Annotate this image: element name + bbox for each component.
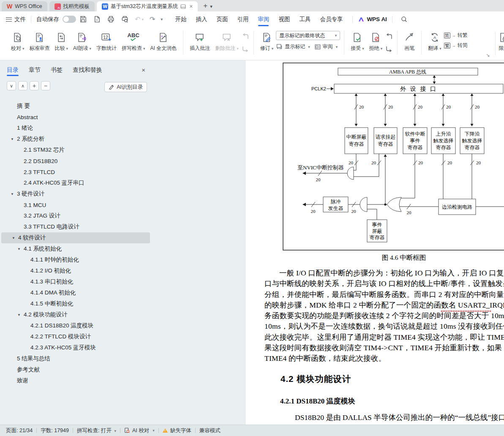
print-icon[interactable] (107, 15, 115, 23)
toc-item[interactable]: 3.2 JTAG 设计 (0, 210, 151, 221)
zoom-out-toc-button[interactable]: − (41, 81, 50, 90)
compare-button[interactable]: 比较▾ (52, 30, 71, 53)
restrict-edit-button[interactable]: 限制 (496, 30, 504, 53)
to-simplified-button[interactable]: 繁→ 转简 (444, 42, 468, 49)
toc-item[interactable]: 摘 要 (0, 101, 151, 112)
insert-comment-button[interactable]: 插入批注 (187, 30, 212, 53)
page-indicator[interactable]: 页面: 21/34 (6, 427, 33, 434)
expand-arrow-icon[interactable]: ▼ (17, 247, 21, 251)
sidebar-tab-chapter[interactable]: 章节 (29, 66, 41, 78)
review-pane-button[interactable]: 审阅▾ (314, 43, 338, 50)
menu-tab-home[interactable]: 开始 (170, 11, 191, 27)
undo-icon[interactable]: ↶▾ (135, 15, 144, 23)
toc-item[interactable]: 1 绪论 (0, 123, 151, 134)
save-icon[interactable] (79, 15, 87, 23)
print-preview-icon[interactable] (121, 15, 129, 23)
toc-item[interactable]: 2.3 TFTLCD (0, 166, 151, 177)
autosave-toggle[interactable] (63, 16, 76, 23)
zoom-in-toc-button[interactable]: + (30, 81, 39, 90)
menu-tab-reference[interactable]: 引用 (232, 11, 253, 27)
toc-item[interactable]: ▼4.2 模块功能设计 (0, 309, 151, 320)
toc-item[interactable]: 4.1.1 时钟的初始化 (0, 254, 151, 265)
ai-read-button[interactable]: AI朗读▾ (71, 30, 94, 53)
export-pdf-icon[interactable] (93, 15, 101, 23)
sidebar-tab-bookmark[interactable]: 书签 (51, 66, 63, 78)
toc-item[interactable]: 4.1.3 串口初始化 (0, 276, 151, 287)
spell-check-button[interactable]: ABC 拼写检查▾ (119, 30, 148, 53)
reject-button[interactable]: 拒绝▾ (367, 30, 385, 53)
file-menu[interactable]: 文件 (14, 16, 26, 23)
history-chevron-icon[interactable]: ▾ (161, 17, 163, 22)
next-change-icon[interactable] (385, 44, 393, 53)
group-expand-icon[interactable]: ↘ (486, 52, 490, 58)
menu-tab-tools[interactable]: 工具 (294, 11, 315, 27)
markup-state-dropdown[interactable]: 显示标记的最终状态 ▾ (276, 31, 340, 40)
show-markup-button[interactable]: 显示标记▾ (276, 43, 310, 50)
expand-arrow-icon[interactable]: ▼ (17, 313, 21, 317)
menu-tab-view[interactable]: 视图 (274, 11, 294, 27)
toc-item[interactable]: ▼4 软件设计 (1, 232, 150, 243)
word-count-indicator[interactable]: 字数: 17949 (41, 427, 69, 434)
menu-tab-member[interactable]: 会员专享 (315, 11, 347, 27)
toc-item[interactable]: 4.2.2 TFTLCD 模块设计 (0, 331, 151, 342)
toc-item[interactable]: 2.4 ATK-HC05 蓝牙串口 (0, 177, 151, 188)
menu-tab-review[interactable]: 审阅 (253, 11, 274, 27)
search-icon[interactable] (400, 16, 408, 23)
toc-item[interactable]: 4.1.4 DMA 初始化 (0, 287, 151, 298)
new-tab-icon[interactable]: + (203, 2, 207, 10)
close-sidebar-icon[interactable]: × (142, 66, 145, 74)
split-window-icon[interactable] (180, 4, 186, 9)
standard-review-button[interactable]: 标准审查 (27, 30, 52, 53)
expand-arrow-icon[interactable]: ▼ (12, 236, 15, 240)
tab-wps-home[interactable]: W WPS Office (2, 1, 47, 11)
previous-change-icon[interactable] (385, 33, 393, 41)
spellcheck-status[interactable]: 拼写检查: 打开 ▾ (77, 427, 116, 434)
toc-item[interactable]: 致谢 (0, 375, 151, 386)
accept-button[interactable]: 接受▾ (348, 30, 367, 53)
pen-button[interactable]: 画笔 (401, 30, 417, 53)
toc-item[interactable]: 4.1.2 I/O 初始化 (0, 265, 151, 276)
expand-arrow-icon[interactable]: ▼ (11, 137, 14, 141)
expand-all-button[interactable]: ∧ (18, 81, 27, 90)
proofread-button[interactable]: 校对▾ (8, 30, 27, 53)
toc-item[interactable]: 4.2.3 ATK-HC05 蓝牙模块 (0, 342, 151, 353)
toc-item[interactable]: 3.1 MCU (0, 199, 151, 210)
previous-comment-icon[interactable] (241, 33, 250, 41)
toc-item[interactable]: ▼2 系统分析 (0, 134, 151, 144)
collapse-all-button[interactable]: ∨ (7, 81, 16, 90)
track-changes-icon (262, 31, 272, 44)
ai-polish-button[interactable]: AI 全文润色 (147, 30, 179, 53)
redo-icon[interactable]: ↷ (150, 15, 155, 23)
hamburger-icon[interactable] (6, 17, 12, 22)
toc-item[interactable]: 3.3 TFTLCD 电路设计 (0, 221, 151, 232)
ai-proofread-status[interactable]: AI 校对▾ (124, 427, 155, 434)
to-traditional-button[interactable]: 简→ 转繁 (444, 32, 468, 39)
word-count-button[interactable]: 12 字数统计 (94, 30, 119, 53)
toc-item[interactable]: 参考文献 (0, 364, 151, 375)
sidebar-tab-find-replace[interactable]: 查找和替换 (73, 66, 102, 78)
toc-item[interactable]: ▼4.1 系统初始化 (0, 243, 151, 254)
menu-tab-page[interactable]: 页面 (212, 11, 232, 27)
translate-button[interactable]: A 翻译▾ (425, 30, 444, 53)
missing-font-warning[interactable]: 缺失字体 (163, 427, 191, 434)
track-changes-button[interactable]: 修订▾ (258, 30, 276, 53)
menu-tab-insert[interactable]: 插入 (191, 11, 212, 27)
toc-item[interactable]: 2.2 DS18B20 (0, 155, 151, 166)
close-tab-icon[interactable]: × (189, 3, 193, 10)
toc-item[interactable]: 4.1.5 中断初始化 (0, 298, 151, 309)
toc-item[interactable]: 5 结果与总结 (0, 353, 151, 364)
tab-list-chevron-icon[interactable]: ▾ (210, 4, 212, 9)
toc-item[interactable]: ▼3 硬件设计 (0, 188, 151, 199)
next-comment-icon[interactable] (241, 44, 250, 53)
wps-ai-button[interactable]: WPS AI (358, 16, 387, 23)
expand-arrow-icon[interactable]: ▼ (11, 192, 14, 196)
ai-recognize-toc-button[interactable]: AI识别目录 (104, 82, 147, 92)
tab-docer[interactable]: AI 找稻壳模板 (49, 1, 95, 11)
toc-item[interactable]: 4.2.1 DS18B20 温度模块 (0, 320, 151, 331)
toc-item[interactable]: 2.1 STM32 芯片 (0, 144, 151, 155)
toc-item[interactable]: Abstract (0, 112, 151, 123)
sidebar-tab-toc[interactable]: 目录 (7, 66, 19, 78)
delete-comment-button[interactable]: 删除批注▾ (212, 30, 241, 53)
document-page[interactable]: AMBA APB 总线 外 设 接 口 PCLK2 20 (245, 60, 504, 425)
tab-document[interactable]: W 基于stm32芯片温度测量系统 × (97, 1, 198, 11)
